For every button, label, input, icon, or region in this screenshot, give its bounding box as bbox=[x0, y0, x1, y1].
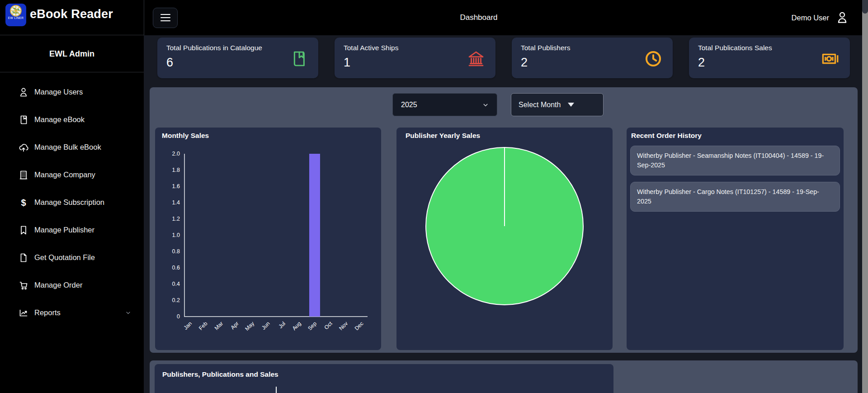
clock-icon bbox=[644, 49, 663, 68]
svg-text:1.2: 1.2 bbox=[172, 216, 180, 222]
app-title: eBook Reader bbox=[30, 7, 113, 21]
svg-text:Feb: Feb bbox=[198, 320, 209, 331]
sidebar-item-get-quotation-file[interactable]: Get Quotation File bbox=[0, 244, 144, 271]
svg-text:May: May bbox=[244, 320, 255, 332]
logo-text: EW LINER bbox=[5, 16, 26, 19]
publishers-publications-sales-title: Publishers, Publications and Sales bbox=[162, 370, 278, 379]
svg-text:Aug: Aug bbox=[291, 320, 302, 331]
sidebar-item-manage-subscription[interactable]: $Manage Subscription bbox=[0, 189, 144, 216]
stat-card-total-publications-in-catalogue: Total Publications in Catalogue6 bbox=[157, 38, 318, 78]
stat-card-value: 6 bbox=[166, 56, 173, 70]
users-icon bbox=[18, 87, 29, 98]
hamburger-icon bbox=[160, 14, 170, 15]
cart-icon bbox=[18, 280, 29, 291]
scrollbar-thumb[interactable] bbox=[862, 0, 868, 14]
svg-text:1.6: 1.6 bbox=[172, 183, 180, 189]
user-icon bbox=[835, 10, 849, 25]
sidebar-toggle-button[interactable] bbox=[153, 8, 178, 28]
chevron-down-icon bbox=[124, 309, 132, 317]
sidebar-item-reports[interactable]: Reports bbox=[0, 299, 144, 327]
svg-text:Oct: Oct bbox=[323, 320, 334, 331]
stat-card-label: Total Active Ships bbox=[344, 44, 398, 52]
topbar: Dashboard Demo User bbox=[144, 0, 868, 35]
money-icon bbox=[821, 49, 840, 68]
svg-text:1.8: 1.8 bbox=[172, 167, 180, 173]
svg-text:0.8: 0.8 bbox=[172, 248, 180, 255]
publisher-yearly-sales-card: Publisher Yearly Sales bbox=[396, 128, 613, 350]
ewl-logo-icon: EW LINER bbox=[5, 4, 26, 26]
svg-text:Jul: Jul bbox=[277, 320, 287, 330]
recent-order-history-card: Recent Order History Witherby Publisher … bbox=[627, 128, 844, 350]
sidebar-item-manage-order[interactable]: Manage Order bbox=[0, 271, 144, 299]
book-icon bbox=[289, 49, 308, 68]
sidebar-item-label: Manage Bulk eBook bbox=[34, 143, 101, 152]
dropdown-arrow-icon bbox=[568, 103, 574, 107]
year-select[interactable]: 2025 bbox=[392, 93, 497, 116]
sidebar-item-manage-publisher[interactable]: Manage Publisher bbox=[0, 216, 144, 244]
sidebar-item-label: Manage eBook bbox=[34, 115, 85, 124]
page-title: Dashboard bbox=[443, 0, 515, 35]
svg-text:1.0: 1.0 bbox=[172, 232, 180, 238]
chart-axis-stub bbox=[276, 387, 277, 393]
user-menu[interactable]: Demo User bbox=[792, 0, 849, 35]
sidebar-item-label: Manage Users bbox=[34, 88, 83, 96]
stat-card-label: Total Publications in Catalogue bbox=[166, 44, 262, 52]
sidebar-item-label: Manage Publisher bbox=[34, 226, 94, 234]
cloud-upload-icon bbox=[18, 142, 29, 153]
year-select-value: 2025 bbox=[401, 101, 417, 109]
sidebar-item-label: Get Quotation File bbox=[34, 253, 95, 262]
sidebar-item-manage-bulk-ebook[interactable]: Manage Bulk eBook bbox=[0, 133, 144, 161]
publisher-yearly-sales-pie-chart bbox=[396, 128, 613, 350]
file-icon bbox=[18, 252, 29, 263]
stat-card-value: 2 bbox=[698, 56, 705, 70]
sidebar-item-label: Manage Order bbox=[34, 281, 82, 289]
stat-card-label: Total Publications Sales bbox=[698, 44, 772, 52]
order-list: Witherby Publisher - Seamanship Notes (I… bbox=[630, 146, 840, 218]
sidebar-item-label: Manage Subscription bbox=[34, 198, 104, 207]
stat-card-value: 1 bbox=[344, 56, 350, 70]
month-select-placeholder: Select Month bbox=[519, 101, 561, 109]
recent-order-history-title: Recent Order History bbox=[631, 132, 702, 140]
svg-text:2.0: 2.0 bbox=[172, 151, 180, 157]
sidebar: EW LINER eBook Reader EWL Admin Manage U… bbox=[0, 0, 144, 393]
sidebar-item-label: Manage Company bbox=[34, 170, 95, 179]
svg-text:Dec: Dec bbox=[354, 320, 365, 331]
order-history-item: Witherby Publisher - Cargo Notes (IT1012… bbox=[630, 182, 840, 212]
sidebar-item-label: Reports bbox=[34, 308, 61, 317]
svg-text:0.2: 0.2 bbox=[172, 297, 180, 303]
svg-text:$: $ bbox=[21, 197, 26, 207]
stat-card-total-publishers: Total Publishers2 bbox=[512, 38, 673, 78]
chevron-down-icon bbox=[481, 101, 490, 109]
svg-text:Jun: Jun bbox=[260, 320, 271, 331]
scrollbar[interactable] bbox=[862, 0, 868, 393]
admin-label: EWL Admin bbox=[0, 35, 144, 72]
bank-icon bbox=[467, 49, 486, 68]
book-icon bbox=[18, 114, 29, 125]
publishers-publications-sales-card: Publishers, Publications and Sales bbox=[155, 364, 613, 393]
month-select[interactable]: Select Month bbox=[511, 93, 604, 116]
stat-card-label: Total Publishers bbox=[521, 44, 570, 52]
dashboard-page: EW LINER eBook Reader EWL Admin Manage U… bbox=[0, 0, 868, 393]
bookmark-icon bbox=[18, 225, 29, 236]
svg-text:Apr: Apr bbox=[230, 320, 240, 331]
sidebar-item-manage-users[interactable]: Manage Users bbox=[0, 78, 144, 106]
stat-card-value: 2 bbox=[521, 56, 528, 70]
svg-text:0.4: 0.4 bbox=[172, 281, 180, 287]
sidebar-menu: Manage UsersManage eBookManage Bulk eBoo… bbox=[0, 72, 144, 327]
stat-card-total-publications-sales: Total Publications Sales2 bbox=[689, 38, 850, 78]
chart-icon bbox=[18, 308, 29, 318]
dollar-icon: $ bbox=[18, 197, 29, 208]
building-icon bbox=[18, 170, 29, 180]
svg-text:1.4: 1.4 bbox=[172, 199, 180, 206]
sidebar-item-manage-ebook[interactable]: Manage eBook bbox=[0, 106, 144, 133]
user-name: Demo User bbox=[792, 14, 829, 22]
svg-text:Nov: Nov bbox=[338, 320, 349, 331]
stat-card-total-active-ships: Total Active Ships1 bbox=[335, 38, 495, 78]
svg-text:Jan: Jan bbox=[183, 320, 193, 331]
sidebar-item-manage-company[interactable]: Manage Company bbox=[0, 161, 144, 189]
monthly-sales-bar-chart: 2.01.81.61.41.21.00.80.60.40.20JanFebMar… bbox=[155, 128, 381, 350]
brand: EW LINER eBook Reader bbox=[0, 0, 144, 35]
svg-text:0.6: 0.6 bbox=[172, 265, 180, 271]
svg-text:Mar: Mar bbox=[213, 320, 225, 331]
svg-text:0: 0 bbox=[177, 313, 180, 320]
